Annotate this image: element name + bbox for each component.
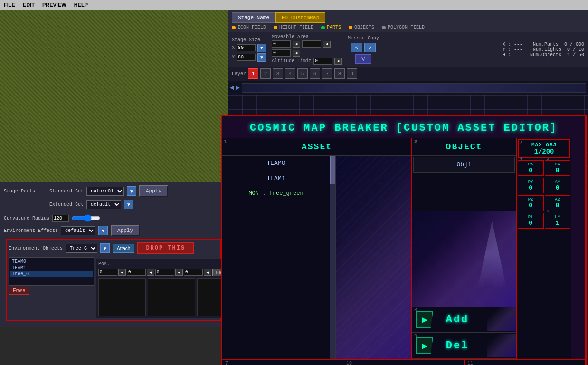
mirror-left-btn[interactable]: < [351,43,362,52]
extended-set-select[interactable]: default [86,200,121,209]
layer-btn-6[interactable]: 6 [310,68,320,79]
moveable-x2-input[interactable] [302,40,321,48]
layer-btn-3[interactable]: 3 [273,68,283,79]
stage-parts-row: Stage Parts Standard Set nature01 ▼ Appl… [4,185,223,197]
env-effects-dropdown[interactable]: ▼ [98,226,108,235]
add-play-btn[interactable]: ▶ [416,311,433,328]
mirror-right-btn[interactable]: > [364,43,376,52]
stage-parts-apply-btn[interactable]: Apply [139,185,168,197]
team-item-0[interactable]: TEAM0 [10,259,93,265]
coord-x: X : --- [503,42,522,47]
env-objects-select[interactable]: Tree_G [66,244,97,253]
layer-btn-4[interactable]: 4 [285,68,295,79]
size-y-input[interactable] [237,54,256,61]
erase-btn[interactable]: Erase [9,287,29,295]
left-controls: Stage Parts Standard Set nature01 ▼ Appl… [0,182,227,327]
left-panel: Stage Parts Standard Set nature01 ▼ Appl… [0,10,228,365]
add-preview-shape [487,307,516,331]
tab-parts[interactable]: PARTS [321,25,341,30]
menu-preview[interactable]: PREVIEW [42,2,66,8]
cae-bottom: 7 ▶ BACK 10 ▶ Edit 11 ▶ APPLY [222,359,585,365]
altitude-dec[interactable]: ◄ [334,58,342,65]
menu-file[interactable]: FILE [4,2,15,8]
mov-y-dec[interactable]: ◄ [293,50,300,57]
layer-btn-9[interactable]: 9 [347,68,357,79]
pos-z-input[interactable] [155,269,174,276]
rt-ly-grid: Rt 0 6 LY 1 [518,213,570,229]
back-btn[interactable]: 7 ▶ BACK [222,360,343,365]
size-x-input[interactable] [237,44,256,51]
asset-item-team0[interactable]: TEAM0 [222,156,330,171]
layer-btn-5[interactable]: 5 [297,68,308,79]
moveable-y-input[interactable] [272,49,291,57]
asset-list-container: TEAM0 TEAM1 MON : Tree_green [222,156,411,359]
asset-item-mon[interactable]: MON : Tree_green [222,186,330,201]
main-layout: Stage Parts Standard Set nature01 ▼ Appl… [0,10,588,365]
coord-h: H : --- [503,52,522,58]
asset-scroll[interactable] [330,156,335,359]
tab-fd-custom[interactable]: FD CustomMap [275,12,325,23]
env-effects-apply-btn[interactable]: Apply [111,225,140,236]
env-objects-row: Environment Objects Tree_G ▼ Attach DROP… [9,242,218,254]
size-x-dropdown[interactable]: ▼ [257,44,266,52]
mov-x-dec[interactable]: ◄ [293,41,300,48]
drop-this-btn[interactable]: DROP THIS [137,242,194,254]
facing-dec[interactable]: ◄ [204,269,211,276]
mirror-v-btn[interactable]: V [355,54,371,64]
az-value: 0 [547,202,569,209]
pos-y-input[interactable] [127,269,146,276]
env-effects-select[interactable]: default [61,226,95,235]
layer-bar: Layer 1 2 3 4 5 6 7 8 9 [228,67,588,81]
size-y-dropdown[interactable]: ▼ [257,53,266,62]
asset-item-team1[interactable]: TEAM1 [222,171,330,186]
pos-x-dec[interactable]: ◄ [118,269,126,276]
grid-area-2 [148,278,195,316]
tab-stage-name[interactable]: Stage Name [232,12,275,23]
apply-bottom-btn[interactable]: 11 ▶ APPLY [465,360,585,365]
map-strips: ◄ ► [228,81,588,95]
layer-btn-2[interactable]: 2 [260,68,271,79]
standard-set-select[interactable]: nature01 [86,187,124,196]
ax-cell: 5 AX 0 [545,160,571,176]
objects-dot [349,26,352,29]
tab-icon-field[interactable]: ICON FIELD [232,25,266,30]
menu-edit[interactable]: EDIT [23,2,35,8]
pos-y-dec[interactable]: ◄ [147,269,154,276]
layer-btn-1[interactable]: 1 [248,68,258,79]
standard-set-dropdown[interactable]: ▼ [127,186,136,196]
tab-polygon-field[interactable]: POLYGON FIELD [382,25,425,30]
radius-slider[interactable] [72,214,100,222]
menu-help[interactable]: HELP [74,2,88,8]
mov-x2-dec[interactable]: ◄ [323,41,331,48]
px-value: 0 [520,167,542,174]
team-item-tree[interactable]: Tree_G [10,271,93,277]
nav-left-icon[interactable]: ◄ [230,84,234,92]
env-objects-dropdown[interactable]: ▼ [100,243,110,253]
divider-1 [4,212,223,212]
pos-x-input[interactable] [98,269,117,276]
field-tabs: ICON FIELD HEIGHT FIELD PARTS OBJECTS PO… [232,25,584,30]
nav-right-icon[interactable]: ► [236,84,239,92]
pos-z-dec[interactable]: ◄ [175,269,183,276]
edit-btn[interactable]: 10 ▶ Edit [343,360,465,365]
cae-content: 1 ASSEt TEAM0 TEAM1 MON : Tree_green [222,138,585,359]
ay-value: 0 [547,184,569,192]
icon-field-dot [232,26,236,29]
py-cell: PY 0 [518,178,544,193]
px-label: PX [520,162,542,167]
object-item-obj1[interactable]: Obj1 [413,157,515,173]
extended-set-dropdown[interactable]: ▼ [124,200,133,209]
radius-input[interactable] [52,215,69,222]
tab-height-field[interactable]: HEIGHT FIELD [274,25,313,30]
layer-btn-7[interactable]: 7 [322,68,332,79]
team-item-1[interactable]: TEAM1 [10,265,93,271]
moveable-x-input[interactable] [272,40,291,48]
facing-input[interactable] [184,269,203,276]
del-play-btn[interactable]: ▶ [416,337,433,354]
altitude-input[interactable] [313,58,332,65]
attach-btn[interactable]: Attach [113,244,134,253]
del-row: ▶ Del [412,333,516,359]
tab-objects[interactable]: OBJECTS [349,25,374,30]
ly-label: LY [547,215,569,220]
layer-btn-8[interactable]: 8 [334,68,345,79]
